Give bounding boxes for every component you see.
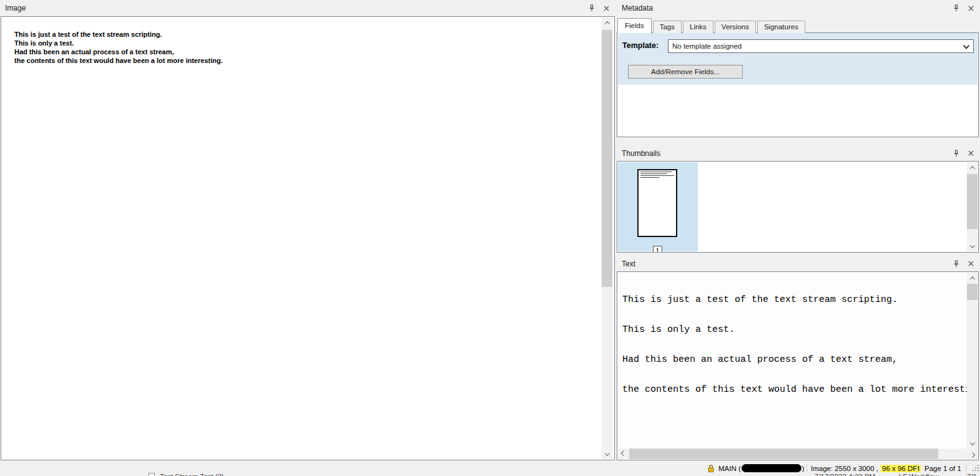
metadata-panel-title: Metadata (622, 4, 653, 12)
pin-icon[interactable] (952, 4, 961, 12)
scroll-up-icon[interactable] (602, 17, 612, 28)
tab-versions[interactable]: Versions (715, 21, 756, 33)
page-info: Page 1 of 1 (924, 464, 961, 473)
page-thumbnail[interactable] (637, 169, 677, 237)
thumbnails-pane: 1 (617, 161, 979, 253)
ocr-line: This is only a test. (622, 325, 968, 335)
redacted-server-name (742, 464, 801, 472)
scroll-down-icon[interactable] (967, 241, 978, 251)
pin-icon[interactable] (587, 4, 596, 12)
scroll-right-icon[interactable] (967, 449, 978, 459)
text-panel-titlebar: Text (617, 256, 980, 271)
doc-line: the contents of this text would have bee… (14, 56, 223, 65)
pin-icon[interactable] (952, 149, 961, 158)
server-name: MAIN ( ) (718, 464, 805, 473)
image-panel-titlebar: Image (0, 0, 615, 16)
thumbnails-panel-titlebar: Thumbnails (617, 145, 980, 161)
entry-name: Test Stream Test (3) (160, 473, 224, 476)
image-scrollbar-thumb[interactable] (602, 30, 612, 287)
chevron-down-icon (963, 44, 970, 51)
scroll-down-icon[interactable] (602, 449, 612, 459)
metadata-panel-titlebar: Metadata (617, 0, 980, 16)
thumb-textline (640, 172, 672, 172)
lock-icon (707, 464, 715, 473)
ocr-text-area[interactable]: This is just a test of the text stream s… (618, 273, 968, 449)
image-vertical-scrollbar[interactable] (602, 17, 612, 459)
tab-fields[interactable]: Fields (617, 18, 652, 33)
thumbnails-panel-title: Thumbnails (622, 149, 660, 158)
ocr-line: the contents of this text would have bee… (622, 385, 968, 395)
entry-workflow: LF Workflow (899, 473, 939, 476)
tab-tags[interactable]: Tags (653, 21, 682, 33)
doc-line: This is only a test. (14, 39, 223, 47)
close-icon[interactable] (602, 4, 610, 12)
image-info: Image: 2550 x 3000 , 96 x 96 DPI (811, 464, 921, 473)
ocr-line: Had this been an actual process of a tex… (622, 355, 968, 365)
thumbnail-item-selected[interactable]: 1 (618, 162, 698, 251)
template-select[interactable]: No template assigned (668, 39, 974, 53)
thumbnails-vertical-scrollbar[interactable] (967, 162, 978, 251)
server-label: MAIN ( (718, 465, 741, 472)
metadata-fields-pane: Template: No template assigned Add/Remov… (617, 32, 979, 137)
metadata-panel: Metadata Fields Tags Links Versions Sign… (617, 0, 980, 138)
status-bar: MAIN ( ) Image: 2550 x 3000 , 96 x 96 DP… (0, 464, 980, 473)
close-icon[interactable] (966, 260, 975, 268)
ocr-line: This is just a test of the text stream s… (622, 295, 968, 305)
tab-signatures[interactable]: Signatures (757, 21, 805, 33)
pin-icon[interactable] (952, 260, 961, 268)
image-panel-title: Image (5, 4, 26, 12)
text-panel: Text This is just a test of the text str… (617, 256, 980, 462)
document-page-text: This is just a test of the text stream s… (14, 30, 223, 65)
image-viewer[interactable]: This is just a test of the text stream s… (1, 16, 615, 460)
template-select-value: No template assigned (672, 42, 742, 50)
add-remove-fields-button[interactable]: Add/Remove Fields... (628, 65, 743, 79)
metadata-template-section: Template: No template assigned Add/Remov… (618, 33, 978, 85)
thumb-textline (640, 173, 667, 174)
scroll-down-icon[interactable] (967, 438, 978, 449)
scroll-left-icon[interactable] (618, 449, 629, 459)
scroll-up-icon[interactable] (967, 162, 978, 173)
text-panel-title: Text (622, 260, 635, 268)
add-remove-fields-label: Add/Remove Fields... (651, 68, 720, 75)
background-window-row: Test Stream Test (3) 7/17/2022 4:33 PM L… (0, 472, 980, 476)
doc-line: This is just a test of the text stream s… (14, 30, 223, 39)
text-scrollbar-thumb[interactable] (967, 284, 978, 300)
status-separator (966, 464, 966, 472)
text-horizontal-scrollbar[interactable] (618, 449, 978, 459)
template-label: Template: (622, 41, 659, 50)
image-dimensions: Image: 2550 x 3000 , (811, 465, 878, 472)
text-hscrollbar-thumb[interactable] (629, 449, 938, 459)
doc-line: Had this been an actual process of a tex… (14, 47, 223, 56)
thumb-textline (640, 177, 659, 178)
metadata-tabstrip: Fields Tags Links Versions Signatures (617, 18, 806, 33)
text-pane: This is just a test of the text stream s… (617, 271, 979, 460)
entry-partial: 7/1 (967, 473, 977, 476)
thumbnails-panel: Thumbnails 1 (617, 145, 980, 253)
text-vertical-scrollbar[interactable] (967, 273, 978, 449)
app-window: { "image_panel": { "title": "Image", "do… (0, 0, 980, 476)
resize-grip[interactable] (971, 464, 979, 473)
status-separator (806, 464, 807, 472)
server-suffix: ) (802, 465, 805, 472)
thumb-textline (640, 175, 674, 176)
tab-links[interactable]: Links (683, 21, 713, 33)
status-separator (916, 464, 917, 472)
image-panel: Image This is just a test of the text st… (0, 0, 615, 462)
scroll-up-icon[interactable] (967, 273, 978, 283)
close-icon[interactable] (966, 149, 975, 158)
thumbnails-scrollbar-thumb[interactable] (967, 174, 978, 229)
dpi-highlighted: 96 x 96 DPI (881, 465, 921, 472)
page-number-badge: 1 (653, 246, 662, 253)
document-icon (149, 473, 155, 476)
entry-modified-date: 7/17/2022 4:33 PM (815, 473, 875, 476)
close-icon[interactable] (966, 4, 975, 12)
